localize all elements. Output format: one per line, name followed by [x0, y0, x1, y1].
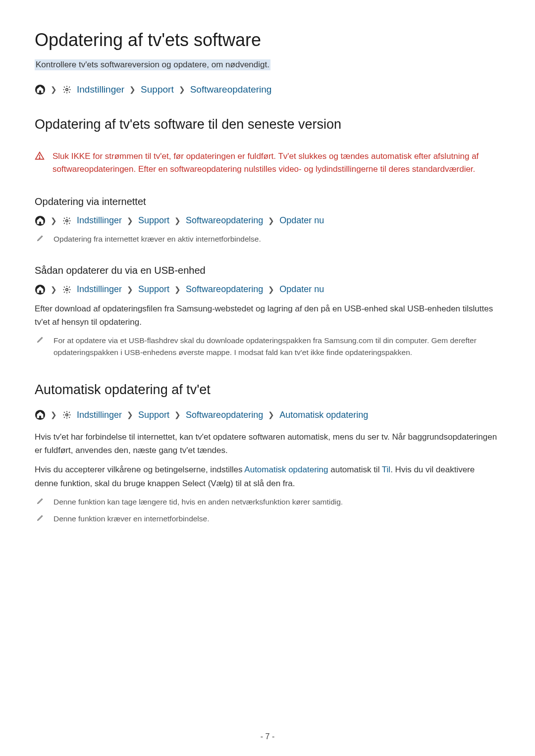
section-heading-usb: Sådan opdaterer du via en USB-enhed — [35, 265, 500, 276]
section-heading-latest: Opdatering af tv'ets software til den se… — [35, 117, 500, 132]
chevron-right-icon: ❯ — [51, 285, 57, 294]
chevron-right-icon: ❯ — [127, 216, 133, 225]
breadcrumb-usb: ❯ Indstillinger ❯ Support ❯ Softwareopda… — [35, 284, 500, 295]
chevron-right-icon: ❯ — [174, 216, 181, 225]
crumb-updatenow: Opdater nu — [279, 215, 324, 226]
on-link: Til — [382, 465, 390, 474]
gear-icon — [62, 216, 72, 226]
svg-point-7 — [66, 288, 68, 291]
chevron-right-icon: ❯ — [179, 85, 185, 94]
crumb-support: Support — [138, 215, 169, 226]
svg-point-9 — [66, 414, 68, 416]
usb-body: Efter download af opdateringsfilen fra S… — [35, 302, 500, 329]
chevron-right-icon: ❯ — [268, 216, 274, 225]
auto-body1: Hvis tv'et har forbindelse til internett… — [35, 430, 500, 457]
breadcrumb-main: ❯ Indstillinger ❯ Support ❯ Softwareopda… — [35, 84, 500, 95]
warning-icon — [35, 151, 45, 161]
home-icon — [35, 284, 46, 295]
chevron-right-icon: ❯ — [127, 410, 133, 419]
crumb-settings: Indstillinger — [77, 284, 122, 295]
pencil-icon — [37, 514, 45, 522]
pencil-icon — [37, 235, 45, 243]
note-text: Denne funktion kan tage længere tid, hvi… — [54, 496, 343, 508]
note-usb: For at opdatere via et USB-flashdrev ska… — [35, 335, 500, 358]
home-icon — [35, 215, 46, 226]
crumb-settings: Indstillinger — [77, 215, 122, 226]
crumb-softwareupdate: Softwareopdatering — [186, 215, 263, 226]
section-heading-auto: Automatisk opdatering af tv'et — [35, 382, 500, 398]
auto-update-link: Automatisk opdatering — [244, 465, 328, 474]
chevron-right-icon: ❯ — [268, 285, 274, 294]
chevron-right-icon: ❯ — [174, 410, 181, 419]
breadcrumb-auto: ❯ Indstillinger ❯ Support ❯ Softwareopda… — [35, 409, 500, 420]
warning-block: Sluk IKKE for strømmen til tv'et, før op… — [35, 150, 500, 176]
chevron-right-icon: ❯ — [127, 285, 133, 294]
crumb-autoupdate: Automatisk opdatering — [279, 410, 368, 420]
crumb-updatenow: Opdater nu — [279, 284, 324, 295]
gear-icon — [62, 410, 72, 420]
note-text: Opdatering fra internettet kræver en akt… — [54, 233, 261, 245]
crumb-support: Support — [141, 84, 174, 95]
chevron-right-icon: ❯ — [268, 410, 274, 419]
gear-icon — [62, 85, 72, 95]
chevron-right-icon: ❯ — [129, 85, 136, 94]
crumb-softwareupdate: Softwareopdatering — [190, 84, 272, 95]
svg-point-3 — [39, 157, 40, 158]
chevron-right-icon: ❯ — [174, 285, 181, 294]
chevron-right-icon: ❯ — [51, 216, 57, 225]
home-icon — [35, 409, 46, 420]
note-auto2: Denne funktion kræver en internetforbind… — [35, 513, 500, 525]
chevron-right-icon: ❯ — [51, 85, 57, 94]
svg-point-5 — [66, 219, 68, 222]
home-icon — [35, 84, 46, 95]
pencil-icon — [37, 498, 45, 505]
auto-body2: Hvis du accepterer vilkårene og betingel… — [35, 463, 500, 490]
crumb-support: Support — [138, 410, 169, 420]
svg-point-1 — [66, 89, 68, 91]
chevron-right-icon: ❯ — [51, 410, 57, 419]
breadcrumb-internet: ❯ Indstillinger ❯ Support ❯ Softwareopda… — [35, 215, 500, 226]
crumb-support: Support — [138, 284, 169, 295]
auto-body2-pre: Hvis du accepterer vilkårene og betingel… — [35, 465, 244, 474]
pencil-icon — [37, 336, 45, 344]
gear-icon — [62, 285, 72, 295]
warning-text: Sluk IKKE for strømmen til tv'et, før op… — [53, 150, 495, 176]
crumb-softwareupdate: Softwareopdatering — [186, 284, 263, 295]
crumb-softwareupdate: Softwareopdatering — [186, 410, 263, 420]
page-title: Opdatering af tv'ets software — [35, 30, 500, 50]
section-heading-internet: Opdatering via internettet — [35, 196, 500, 207]
page-subtitle: Kontrollere tv'ets softwareversion og op… — [35, 59, 270, 70]
auto-body2-mid: automatisk til — [328, 465, 382, 474]
crumb-settings: Indstillinger — [77, 410, 122, 420]
crumb-settings: Indstillinger — [77, 84, 124, 95]
note-internet: Opdatering fra internettet kræver en akt… — [35, 233, 500, 245]
note-text: Denne funktion kræver en internetforbind… — [54, 513, 210, 525]
page-number: - 7 - — [0, 732, 535, 741]
note-auto1: Denne funktion kan tage længere tid, hvi… — [35, 496, 500, 508]
note-text: For at opdatere via et USB-flashdrev ska… — [54, 335, 500, 358]
